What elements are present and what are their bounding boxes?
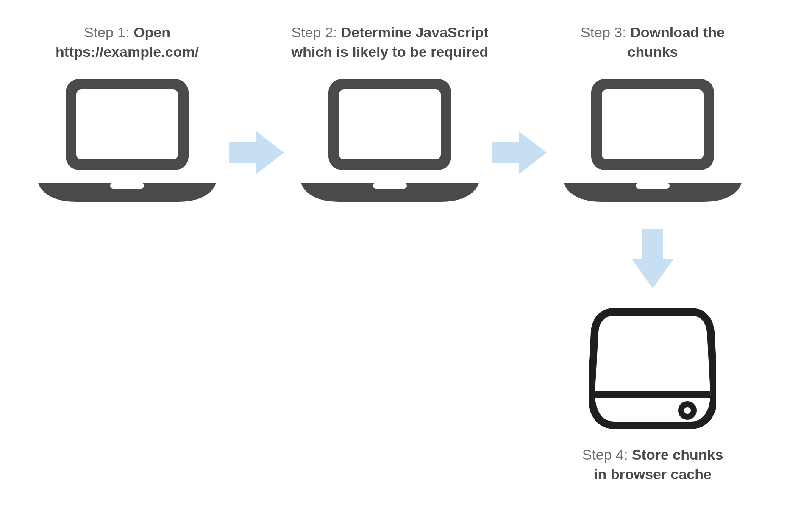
svg-rect-2 [110,183,144,189]
step-1-title-line2: https://example.com/ [56,44,199,60]
svg-rect-5 [339,89,441,159]
step-1-prefix: Step 1: [84,24,133,40]
svg-marker-7 [492,131,547,174]
step-1-title-line1: Open [133,24,170,40]
step-2-title-line2: which is likely to be required [292,44,489,60]
step-4-prefix: Step 4: [582,447,632,463]
step-4-title-line1: Store chunks [632,447,723,463]
svg-rect-10 [636,183,670,189]
step-3: Step 3: Download the chunks [551,23,754,215]
laptop-icon [25,75,229,215]
svg-rect-1 [76,89,178,159]
step-2-prefix: Step 2: [292,24,341,40]
step-3-title-line1: Download the [630,24,725,40]
step-4-title-line2: in browser cache [594,466,712,482]
step-2-caption: Step 2: Determine JavaScript which is li… [288,23,492,62]
laptop-icon [288,75,492,215]
arrow-right-1-icon [229,127,288,178]
step-1-caption: Step 1: Open https://example.com/ [25,23,229,62]
step-1: Step 1: Open https://example.com/ [25,23,229,215]
svg-point-13 [681,404,694,417]
laptop-icon [551,75,754,215]
arrow-down-icon [627,229,678,293]
svg-marker-11 [631,229,674,288]
step-3-caption: Step 3: Download the chunks [551,23,754,62]
step-2: Step 2: Determine JavaScript which is li… [288,23,492,215]
svg-rect-9 [602,89,704,159]
step-4: Step 4: Store chunks in browser cache [551,305,754,484]
svg-rect-6 [373,183,407,189]
svg-marker-3 [229,131,284,174]
step-3-prefix: Step 3: [581,24,630,40]
step-3-title-line2: chunks [627,44,678,60]
step-2-title-line1: Determine JavaScript [341,24,489,40]
diagram-canvas: Step 1: Open https://example.com/ Step 2… [0,0,812,525]
disk-icon [589,305,716,437]
arrow-right-2-icon [492,127,551,178]
step-4-caption: Step 4: Store chunks in browser cache [551,445,754,484]
